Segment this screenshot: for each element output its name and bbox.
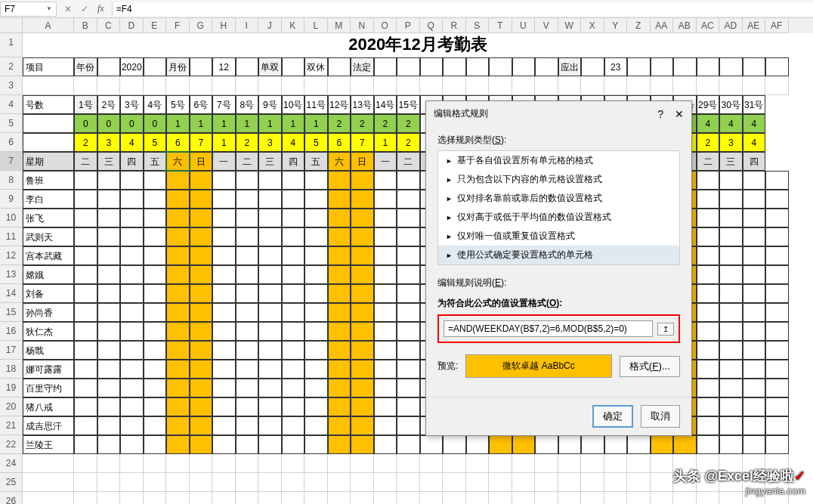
attendance-cell[interactable] bbox=[743, 303, 766, 322]
attendance-cell[interactable] bbox=[374, 190, 397, 209]
day-number[interactable]: 11号 bbox=[304, 95, 328, 114]
column-header[interactable]: D bbox=[120, 18, 144, 33]
attendance-cell[interactable] bbox=[328, 209, 351, 227]
attendance-cell[interactable] bbox=[328, 190, 351, 209]
day-number[interactable]: 13号 bbox=[351, 95, 374, 114]
attendance-cell[interactable] bbox=[697, 416, 720, 435]
attendance-cell[interactable] bbox=[304, 209, 328, 227]
name-cell[interactable]: 百里守约 bbox=[23, 379, 74, 397]
row-header[interactable]: 1 bbox=[0, 33, 23, 57]
attendance-cell[interactable] bbox=[212, 303, 236, 322]
cell[interactable]: 6 bbox=[328, 133, 351, 152]
weekday-cell[interactable]: 三 bbox=[258, 152, 282, 171]
attendance-cell[interactable] bbox=[144, 416, 167, 435]
attendance-cell[interactable] bbox=[374, 303, 397, 322]
cell[interactable]: 4 bbox=[743, 133, 766, 152]
attendance-cell[interactable] bbox=[719, 284, 743, 303]
column-header[interactable]: AC bbox=[697, 18, 720, 33]
name-cell[interactable]: 张飞 bbox=[23, 209, 74, 227]
row-header[interactable]: 9 bbox=[0, 190, 23, 209]
attendance-cell[interactable] bbox=[212, 265, 236, 284]
attendance-cell[interactable] bbox=[97, 397, 121, 416]
attendance-cell[interactable] bbox=[282, 209, 305, 227]
select-all-corner[interactable] bbox=[0, 18, 23, 33]
cell[interactable]: 4 bbox=[697, 114, 720, 133]
cell[interactable] bbox=[236, 492, 259, 504]
attendance-cell[interactable] bbox=[190, 435, 213, 454]
cell[interactable]: 7 bbox=[351, 133, 374, 152]
attendance-cell[interactable] bbox=[282, 322, 305, 341]
cell[interactable] bbox=[558, 473, 582, 492]
cell[interactable]: 4 bbox=[282, 133, 305, 152]
attendance-cell[interactable] bbox=[74, 209, 97, 227]
attendance-cell[interactable] bbox=[120, 322, 144, 341]
attendance-cell[interactable] bbox=[397, 379, 420, 397]
attendance-cell[interactable] bbox=[166, 284, 190, 303]
attendance-cell[interactable] bbox=[282, 284, 305, 303]
attendance-cell[interactable] bbox=[236, 435, 259, 454]
attendance-cell[interactable] bbox=[328, 416, 351, 435]
weekday-cell[interactable]: 二 bbox=[74, 152, 97, 171]
cell[interactable] bbox=[719, 76, 743, 95]
formula-input[interactable]: =F4 bbox=[112, 2, 813, 16]
cell[interactable] bbox=[397, 76, 420, 95]
cell[interactable] bbox=[328, 492, 351, 504]
attendance-cell[interactable] bbox=[282, 171, 305, 190]
attendance-cell[interactable] bbox=[190, 209, 213, 227]
row-header[interactable]: 20 bbox=[0, 397, 23, 416]
attendance-cell[interactable] bbox=[489, 435, 512, 454]
row-header[interactable]: 25 bbox=[0, 473, 23, 492]
column-header[interactable]: AF bbox=[765, 18, 789, 33]
column-header[interactable]: AA bbox=[651, 18, 674, 33]
column-header[interactable]: N bbox=[351, 18, 374, 33]
attendance-cell[interactable] bbox=[374, 360, 397, 379]
cell[interactable] bbox=[166, 473, 190, 492]
column-header[interactable]: Z bbox=[627, 18, 651, 33]
attendance-cell[interactable] bbox=[166, 360, 190, 379]
cell[interactable]: 1 bbox=[282, 114, 305, 133]
cell[interactable] bbox=[651, 473, 674, 492]
cell[interactable] bbox=[466, 492, 490, 504]
attendance-cell[interactable] bbox=[120, 171, 144, 190]
cell[interactable] bbox=[627, 76, 651, 95]
cell[interactable] bbox=[535, 492, 558, 504]
cell[interactable] bbox=[258, 473, 282, 492]
row-header[interactable]: 17 bbox=[0, 341, 23, 360]
cell[interactable] bbox=[97, 454, 121, 473]
attendance-cell[interactable] bbox=[604, 435, 628, 454]
cell[interactable] bbox=[190, 454, 213, 473]
cell[interactable]: 1 bbox=[212, 133, 236, 152]
attendance-cell[interactable] bbox=[397, 246, 420, 265]
attendance-cell[interactable] bbox=[627, 435, 651, 454]
attendance-cell[interactable] bbox=[328, 322, 351, 341]
attendance-cell[interactable] bbox=[258, 341, 282, 360]
cell[interactable] bbox=[97, 492, 121, 504]
cancel-button[interactable]: 取消 bbox=[641, 405, 680, 428]
weekday-cell[interactable]: 日 bbox=[351, 152, 374, 171]
attendance-cell[interactable] bbox=[328, 360, 351, 379]
attendance-cell[interactable] bbox=[304, 246, 328, 265]
row-header[interactable]: 16 bbox=[0, 322, 23, 341]
cell[interactable] bbox=[558, 492, 582, 504]
attendance-cell[interactable] bbox=[719, 379, 743, 397]
cell[interactable]: 0 bbox=[144, 114, 167, 133]
attendance-cell[interactable] bbox=[166, 303, 190, 322]
attendance-cell[interactable] bbox=[743, 246, 766, 265]
attendance-cell[interactable] bbox=[397, 303, 420, 322]
attendance-cell[interactable] bbox=[328, 341, 351, 360]
attendance-cell[interactable] bbox=[166, 397, 190, 416]
attendance-cell[interactable] bbox=[351, 265, 374, 284]
column-header[interactable]: AE bbox=[743, 18, 766, 33]
attendance-cell[interactable] bbox=[120, 303, 144, 322]
cell[interactable] bbox=[74, 76, 97, 95]
cell[interactable] bbox=[304, 473, 328, 492]
attendance-cell[interactable] bbox=[97, 265, 121, 284]
attendance-cell[interactable] bbox=[328, 227, 351, 246]
cell[interactable] bbox=[466, 473, 490, 492]
cell[interactable] bbox=[328, 454, 351, 473]
attendance-cell[interactable] bbox=[328, 171, 351, 190]
cell[interactable]: 0 bbox=[120, 114, 144, 133]
attendance-cell[interactable] bbox=[374, 227, 397, 246]
name-cell[interactable]: 嫦娥 bbox=[23, 265, 74, 284]
day-number[interactable]: 9号 bbox=[258, 95, 282, 114]
